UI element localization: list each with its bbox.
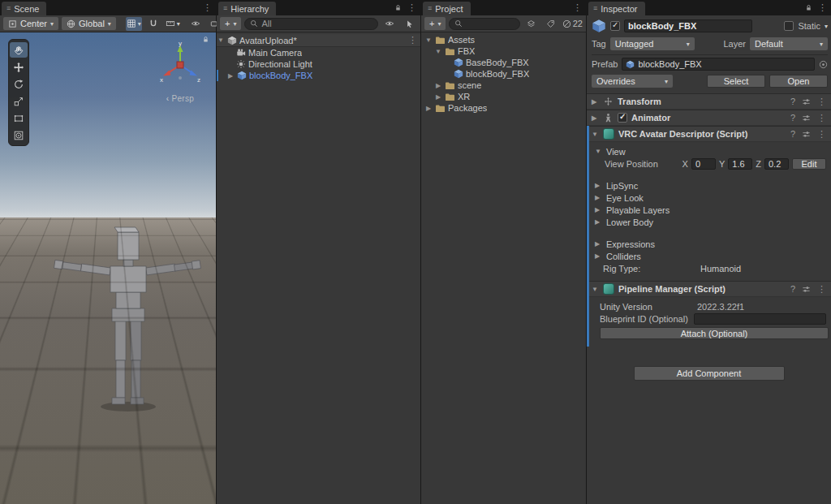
active-checkbox[interactable] — [610, 21, 620, 31]
component-menu-icon[interactable]: ⋮ — [817, 284, 826, 295]
foldout-open-icon[interactable]: ▼ — [592, 131, 599, 138]
attach-button[interactable]: Attach (Optional) — [600, 327, 829, 339]
rect-tool-button[interactable] — [10, 110, 28, 126]
colliders-foldout[interactable]: ▶ Colliders — [587, 250, 831, 262]
avatar-model[interactable] — [52, 224, 203, 412]
prefab-open-button[interactable]: Open — [769, 75, 828, 88]
object-name-field[interactable]: blockBody_FBX — [624, 19, 752, 32]
lower-body-foldout[interactable]: ▶ Lower Body — [587, 216, 831, 228]
vrc-descriptor-header[interactable]: ▼ VRC Avatar Descriptor (Script) ? ⋮ — [587, 126, 831, 142]
view-position-x-field[interactable]: 0 — [691, 158, 716, 170]
overrides-dropdown[interactable]: Overrides ▾ — [592, 75, 673, 88]
eye-look-foldout[interactable]: ▶ Eye Look — [587, 192, 831, 204]
transform-header[interactable]: ▶ Transform ? ⋮ — [587, 93, 831, 110]
scene-pickability-button[interactable] — [401, 17, 417, 31]
scene-view-options-button[interactable] — [187, 17, 204, 31]
hierarchy-create-button[interactable]: + ▾ — [220, 17, 241, 30]
tab-hierarchy[interactable]: ≡ Hierarchy — [218, 2, 276, 15]
pipeline-manager-header[interactable]: ▼ Pipeline Manager (Script) ? ⋮ — [587, 281, 831, 297]
object-picker-icon[interactable] — [819, 60, 828, 69]
tab-scene[interactable]: ≡ Scene — [2, 2, 46, 15]
hierarchy-scene-row[interactable]: ▼ AvatarUpload* ⋮ — [217, 34, 420, 47]
pivot-mode-dropdown[interactable]: Center ▾ — [3, 17, 58, 30]
static-checkbox[interactable] — [784, 21, 794, 31]
view-position-z-field[interactable]: 0.2 — [764, 158, 789, 170]
foldout-open-icon[interactable]: ▼ — [434, 48, 442, 55]
scene-visibility-button[interactable] — [381, 17, 398, 31]
help-icon[interactable]: ? — [790, 284, 795, 294]
project-item-xr[interactable]: ▶ XR — [421, 91, 586, 102]
project-item-fbx[interactable]: ▼ FBX — [421, 45, 586, 57]
lipsync-foldout[interactable]: ▶ LipSync — [587, 179, 831, 192]
rotate-tool-button[interactable] — [10, 76, 28, 92]
foldout-closed-icon[interactable]: ▶ — [434, 93, 442, 101]
scene-row-menu-icon[interactable]: ⋮ — [408, 35, 417, 45]
hierarchy-search-input[interactable]: All — [244, 18, 378, 30]
snap-toggle-button[interactable] — [145, 17, 161, 31]
component-menu-icon[interactable]: ⋮ — [817, 113, 826, 123]
hand-tool-button[interactable] — [10, 42, 28, 58]
foldout-closed-icon[interactable]: ▶ — [226, 72, 235, 80]
component-menu-icon[interactable]: ⋮ — [817, 129, 826, 140]
view-position-y-field[interactable]: 1.6 — [728, 158, 752, 170]
view-foldout[interactable]: ▼ View — [587, 145, 831, 157]
edit-view-position-button[interactable]: Edit — [792, 158, 826, 170]
help-icon[interactable]: ? — [790, 129, 795, 139]
blueprint-id-input[interactable] — [694, 313, 826, 325]
orientation-dropdown[interactable]: Global ▾ — [62, 17, 116, 30]
presets-icon[interactable] — [802, 97, 811, 106]
animator-header[interactable]: ▶ Animator ? ⋮ — [587, 110, 831, 126]
foldout-open-icon[interactable]: ▼ — [592, 286, 599, 293]
component-menu-icon[interactable]: ⋮ — [817, 97, 826, 107]
tab-inspector[interactable]: ≡ Inspector — [588, 2, 645, 15]
presets-icon[interactable] — [802, 130, 811, 139]
add-component-button[interactable]: Add Component — [634, 366, 785, 381]
scale-tool-button[interactable] — [10, 93, 28, 109]
help-icon[interactable]: ? — [790, 113, 795, 123]
grid-visibility-button[interactable]: ▾ — [126, 17, 142, 31]
move-tool-button[interactable] — [10, 59, 28, 75]
hidden-packages-count[interactable]: 22 — [562, 17, 583, 31]
scene-pane-menu-icon[interactable]: ⋮ — [203, 2, 212, 13]
project-item-assets[interactable]: ▼ Assets — [421, 34, 586, 45]
foldout-open-icon[interactable]: ▼ — [217, 37, 225, 44]
chevron-down-icon[interactable]: ▾ — [825, 23, 828, 30]
presets-icon[interactable] — [802, 114, 811, 123]
search-by-type-button[interactable] — [523, 17, 540, 31]
project-item-scene[interactable]: ▶ scene — [421, 80, 586, 91]
help-icon[interactable]: ? — [790, 97, 795, 106]
foldout-open-icon[interactable]: ▼ — [424, 37, 433, 44]
project-pane-menu-icon[interactable]: ⋮ — [573, 2, 582, 13]
playable-layers-foldout[interactable]: ▶ Playable Layers — [587, 204, 831, 216]
layer-dropdown[interactable]: Default ▾ — [750, 37, 828, 50]
project-item-packages[interactable]: ▶ Packages — [421, 102, 586, 114]
project-item-basebody-fbx[interactable]: BaseBody_FBX — [421, 57, 586, 68]
gizmo-lock-icon[interactable] — [202, 36, 209, 43]
expressions-foldout[interactable]: ▶ Expressions — [587, 238, 831, 250]
scene-viewport[interactable]: y x z ‹Persp — [0, 32, 216, 504]
orientation-gizmo[interactable]: y x z — [157, 41, 203, 86]
project-create-button[interactable]: + ▾ — [424, 17, 446, 30]
hierarchy-pane-menu-icon[interactable]: ⋮ — [407, 2, 416, 13]
inspector-pane-menu-icon[interactable]: ⋮ — [818, 2, 827, 13]
project-item-blockbody-fbx[interactable]: blockBody_FBX — [421, 68, 586, 80]
lock-icon[interactable] — [394, 4, 402, 11]
hierarchy-item-blockbody-fbx[interactable]: ▶ blockBody_FBX — [217, 70, 420, 81]
prefab-object-field[interactable]: blockBody_FBX — [622, 58, 815, 71]
hierarchy-item-directional-light[interactable]: Directional Light — [217, 58, 420, 70]
foldout-closed-icon[interactable]: ▶ — [592, 114, 599, 122]
animator-enabled-checkbox[interactable] — [618, 113, 627, 123]
foldout-closed-icon[interactable]: ▶ — [424, 105, 433, 112]
snap-increment-button[interactable]: ▾ — [165, 17, 181, 31]
tag-dropdown[interactable]: Untagged ▾ — [610, 37, 695, 50]
tab-project[interactable]: ≡ Project — [423, 2, 471, 15]
transform-tool-button[interactable] — [10, 127, 28, 143]
foldout-closed-icon[interactable]: ▶ — [434, 82, 442, 89]
presets-icon[interactable] — [802, 285, 811, 294]
project-search-input[interactable] — [449, 18, 519, 30]
lock-icon[interactable] — [805, 4, 812, 11]
projection-label[interactable]: ‹Persp — [151, 94, 209, 103]
search-by-label-button[interactable] — [543, 17, 559, 31]
foldout-closed-icon[interactable]: ▶ — [592, 98, 599, 106]
hierarchy-item-main-camera[interactable]: Main Camera — [217, 47, 420, 58]
